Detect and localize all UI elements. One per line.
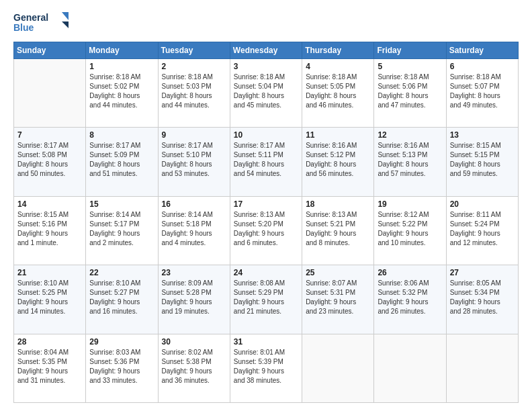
day-info: Sunrise: 8:16 AMSunset: 5:12 PMDaylight:… [306, 141, 370, 179]
day-number: 14 [17, 199, 82, 209]
day-info: Sunrise: 8:17 AMSunset: 5:09 PMDaylight:… [89, 141, 154, 179]
weekday-saturday: Saturday [446, 42, 518, 59]
weekday-friday: Friday [374, 42, 446, 59]
calendar-cell: 28Sunrise: 8:04 AMSunset: 5:35 PMDayligh… [14, 334, 86, 402]
day-number: 3 [234, 62, 298, 71]
calendar-cell: 4Sunrise: 8:18 AMSunset: 5:05 PMDaylight… [302, 59, 374, 128]
header: GeneralBlue [13, 11, 519, 35]
day-info: Sunrise: 8:01 AMSunset: 5:39 PMDaylight:… [234, 348, 298, 385]
day-info: Sunrise: 8:18 AMSunset: 5:05 PMDaylight:… [306, 73, 370, 110]
week-row-4: 21Sunrise: 8:10 AMSunset: 5:25 PMDayligh… [14, 265, 519, 334]
logo-icon: GeneralBlue [13, 11, 74, 35]
day-info: Sunrise: 8:02 AMSunset: 5:38 PMDaylight:… [162, 348, 226, 385]
day-number: 5 [378, 62, 442, 71]
day-info: Sunrise: 8:06 AMSunset: 5:32 PMDaylight:… [378, 279, 442, 316]
calendar-cell: 27Sunrise: 8:05 AMSunset: 5:34 PMDayligh… [446, 265, 518, 334]
calendar-cell: 7Sunrise: 8:17 AMSunset: 5:08 PMDaylight… [14, 128, 86, 196]
weekday-wednesday: Wednesday [230, 42, 302, 59]
calendar-cell [302, 334, 374, 402]
day-number: 8 [89, 130, 154, 140]
calendar-cell: 9Sunrise: 8:17 AMSunset: 5:10 PMDaylight… [158, 128, 230, 196]
calendar-cell: 2Sunrise: 8:18 AMSunset: 5:03 PMDaylight… [158, 59, 230, 128]
day-info: Sunrise: 8:18 AMSunset: 5:07 PMDaylight:… [450, 73, 515, 110]
calendar-cell [446, 334, 518, 402]
svg-text:General: General [13, 12, 48, 23]
calendar-cell: 6Sunrise: 8:18 AMSunset: 5:07 PMDaylight… [446, 59, 518, 128]
day-number: 18 [306, 199, 370, 209]
calendar-cell: 30Sunrise: 8:02 AMSunset: 5:38 PMDayligh… [158, 334, 230, 402]
day-number: 2 [162, 62, 226, 71]
day-number: 11 [306, 130, 370, 140]
day-info: Sunrise: 8:08 AMSunset: 5:29 PMDaylight:… [234, 279, 298, 316]
weekday-header-row: SundayMondayTuesdayWednesdayThursdayFrid… [14, 42, 519, 59]
day-info: Sunrise: 8:18 AMSunset: 5:03 PMDaylight:… [162, 73, 226, 110]
weekday-sunday: Sunday [14, 42, 86, 59]
calendar-cell: 29Sunrise: 8:03 AMSunset: 5:36 PMDayligh… [86, 334, 158, 402]
day-number: 27 [450, 268, 515, 277]
day-number: 10 [234, 130, 298, 140]
calendar-table: SundayMondayTuesdayWednesdayThursdayFrid… [13, 42, 519, 403]
day-info: Sunrise: 8:13 AMSunset: 5:20 PMDaylight:… [234, 210, 298, 248]
day-number: 29 [89, 337, 154, 347]
day-info: Sunrise: 8:13 AMSunset: 5:21 PMDaylight:… [306, 210, 370, 248]
logo: GeneralBlue [13, 11, 74, 35]
day-number: 16 [162, 199, 226, 209]
day-number: 23 [162, 268, 226, 277]
calendar-cell: 11Sunrise: 8:16 AMSunset: 5:12 PMDayligh… [302, 128, 374, 196]
day-number: 28 [17, 337, 82, 347]
day-number: 9 [162, 130, 226, 140]
calendar-cell: 12Sunrise: 8:16 AMSunset: 5:13 PMDayligh… [374, 128, 446, 196]
calendar-cell: 13Sunrise: 8:15 AMSunset: 5:15 PMDayligh… [446, 128, 518, 196]
day-info: Sunrise: 8:15 AMSunset: 5:15 PMDaylight:… [450, 141, 515, 179]
day-info: Sunrise: 8:17 AMSunset: 5:08 PMDaylight:… [17, 141, 82, 179]
calendar-cell: 1Sunrise: 8:18 AMSunset: 5:02 PMDaylight… [86, 59, 158, 128]
calendar-cell: 8Sunrise: 8:17 AMSunset: 5:09 PMDaylight… [86, 128, 158, 196]
calendar-cell: 25Sunrise: 8:07 AMSunset: 5:31 PMDayligh… [302, 265, 374, 334]
day-number: 6 [450, 62, 515, 71]
day-info: Sunrise: 8:11 AMSunset: 5:24 PMDaylight:… [450, 210, 515, 248]
day-info: Sunrise: 8:05 AMSunset: 5:34 PMDaylight:… [450, 279, 515, 316]
svg-marker-2 [62, 12, 69, 20]
calendar-cell: 3Sunrise: 8:18 AMSunset: 5:04 PMDaylight… [230, 59, 302, 128]
calendar-cell: 26Sunrise: 8:06 AMSunset: 5:32 PMDayligh… [374, 265, 446, 334]
day-number: 17 [234, 199, 298, 209]
day-number: 13 [450, 130, 515, 140]
calendar-cell [14, 59, 86, 128]
day-number: 26 [378, 268, 442, 277]
calendar-cell: 31Sunrise: 8:01 AMSunset: 5:39 PMDayligh… [230, 334, 302, 402]
calendar-cell: 22Sunrise: 8:10 AMSunset: 5:27 PMDayligh… [86, 265, 158, 334]
weekday-monday: Monday [86, 42, 158, 59]
calendar-cell: 23Sunrise: 8:09 AMSunset: 5:28 PMDayligh… [158, 265, 230, 334]
calendar-cell: 18Sunrise: 8:13 AMSunset: 5:21 PMDayligh… [302, 196, 374, 265]
weekday-tuesday: Tuesday [158, 42, 230, 59]
calendar-cell: 10Sunrise: 8:17 AMSunset: 5:11 PMDayligh… [230, 128, 302, 196]
day-number: 22 [89, 268, 154, 277]
calendar-cell: 19Sunrise: 8:12 AMSunset: 5:22 PMDayligh… [374, 196, 446, 265]
day-number: 12 [378, 130, 442, 140]
day-info: Sunrise: 8:10 AMSunset: 5:27 PMDaylight:… [89, 279, 154, 316]
day-number: 31 [234, 337, 298, 347]
day-info: Sunrise: 8:14 AMSunset: 5:18 PMDaylight:… [162, 210, 226, 248]
day-info: Sunrise: 8:04 AMSunset: 5:35 PMDaylight:… [17, 348, 82, 385]
day-info: Sunrise: 8:03 AMSunset: 5:36 PMDaylight:… [89, 348, 154, 385]
day-number: 21 [17, 268, 82, 277]
day-info: Sunrise: 8:17 AMSunset: 5:10 PMDaylight:… [162, 141, 226, 179]
day-info: Sunrise: 8:15 AMSunset: 5:16 PMDaylight:… [17, 210, 82, 248]
calendar-cell: 14Sunrise: 8:15 AMSunset: 5:16 PMDayligh… [14, 196, 86, 265]
calendar-cell: 24Sunrise: 8:08 AMSunset: 5:29 PMDayligh… [230, 265, 302, 334]
day-number: 30 [162, 337, 226, 347]
day-number: 19 [378, 199, 442, 209]
calendar-cell [374, 334, 446, 402]
week-row-3: 14Sunrise: 8:15 AMSunset: 5:16 PMDayligh… [14, 196, 519, 265]
day-info: Sunrise: 8:18 AMSunset: 5:06 PMDaylight:… [378, 73, 442, 110]
day-info: Sunrise: 8:09 AMSunset: 5:28 PMDaylight:… [162, 279, 226, 316]
day-info: Sunrise: 8:12 AMSunset: 5:22 PMDaylight:… [378, 210, 442, 248]
calendar-cell: 20Sunrise: 8:11 AMSunset: 5:24 PMDayligh… [446, 196, 518, 265]
day-number: 15 [89, 199, 154, 209]
day-info: Sunrise: 8:16 AMSunset: 5:13 PMDaylight:… [378, 141, 442, 179]
week-row-5: 28Sunrise: 8:04 AMSunset: 5:35 PMDayligh… [14, 334, 519, 402]
svg-text:Blue: Blue [13, 22, 34, 33]
day-info: Sunrise: 8:14 AMSunset: 5:17 PMDaylight:… [89, 210, 154, 248]
weekday-thursday: Thursday [302, 42, 374, 59]
day-info: Sunrise: 8:18 AMSunset: 5:04 PMDaylight:… [234, 73, 298, 110]
